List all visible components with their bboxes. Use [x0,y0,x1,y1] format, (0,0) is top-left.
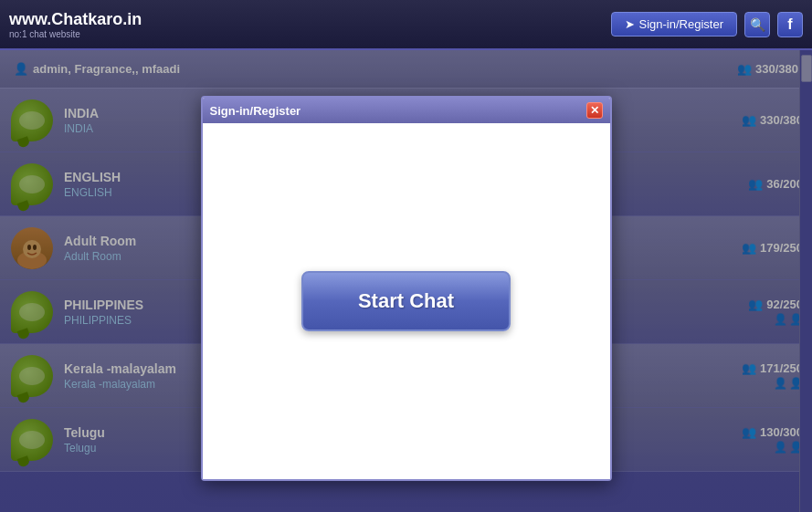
modal-overlay: Sign-in/Register ✕ Start Chat [0,50,812,512]
signin-register-button[interactable]: ➤ Sign-in/Register [611,12,738,37]
logo-sub-text: no:1 chat website [9,29,142,39]
logo-main-text: www.Chatkaro.in [9,10,142,28]
main-area: 👤 admin, Fragrance,, mfaadi 👥 330/380 IN… [0,50,812,512]
modal-title: Sign-in/Register [210,104,586,118]
facebook-icon: f [787,16,792,33]
header: www.Chatkaro.in no:1 chat website ➤ Sign… [0,0,812,50]
logo-text: www.Chatkaro.in [9,10,142,29]
facebook-button[interactable]: f [777,12,803,37]
logo-area: www.Chatkaro.in no:1 chat website [9,10,142,39]
search-icon: 🔍 [750,17,765,32]
modal-titlebar: Sign-in/Register ✕ [203,98,610,123]
modal-body: Start Chat [203,123,610,479]
start-chat-button[interactable]: Start Chat [301,271,511,331]
modal-close-button[interactable]: ✕ [586,102,603,119]
signin-modal: Sign-in/Register ✕ Start Chat [201,96,612,481]
search-button[interactable]: 🔍 [744,12,770,37]
signin-label: Sign-in/Register [639,17,724,31]
header-right: ➤ Sign-in/Register 🔍 f [611,12,804,37]
signin-icon: ➤ [625,17,635,31]
